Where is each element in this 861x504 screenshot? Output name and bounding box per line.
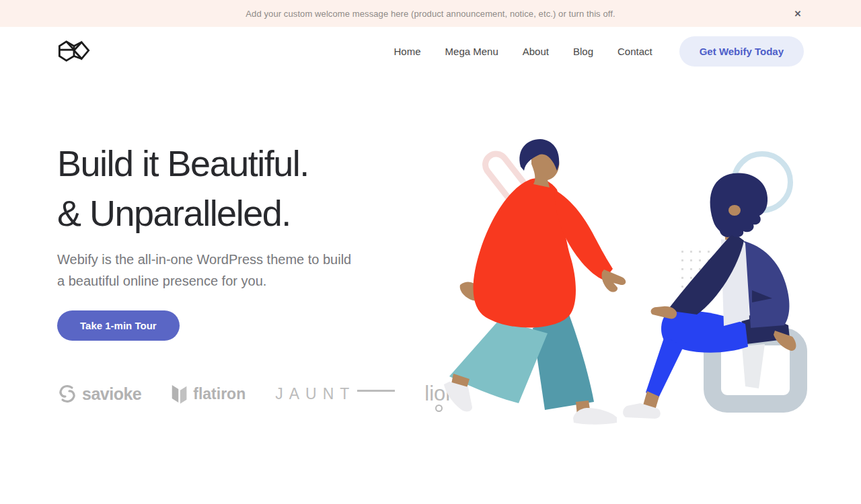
people-illustration <box>430 114 814 437</box>
seat-inner-wedge <box>742 344 765 388</box>
site-header: Home Mega Menu About Blog Contact Get We… <box>0 27 861 75</box>
sitter-hand <box>651 306 677 319</box>
nav-item-home[interactable]: Home <box>394 46 421 57</box>
hero-subtitle-line1: Webify is the all-in-one WordPress theme… <box>57 249 434 270</box>
notice-banner: Add your custom welcome message here (pr… <box>0 0 861 27</box>
walker-back-shoe <box>573 408 617 425</box>
flatiron-wordmark: flatiron <box>193 385 246 403</box>
sitter-hair <box>710 173 768 237</box>
webify-logo-icon[interactable] <box>57 40 91 62</box>
walking-person <box>444 139 626 425</box>
jaunt-wordmark: JAUNT <box>275 385 355 403</box>
hero-heading-line1: Build it Beautiful. <box>57 138 434 188</box>
client-logos: savioke flatiron JAUNT li o ht <box>57 374 463 414</box>
hero-heading: Build it Beautiful. & Unparalleled. <box>57 138 434 238</box>
hero-section: Build it Beautiful. & Unparalleled. Webi… <box>57 138 434 341</box>
sitter-blazer-body <box>743 241 790 328</box>
logo-savioke: savioke <box>57 384 141 404</box>
logo-jaunt: JAUNT <box>275 385 395 403</box>
sitter-ear <box>728 205 741 216</box>
walker-front-shoe <box>444 382 472 411</box>
hero-heading-line2: & Unparalleled. <box>57 188 434 238</box>
savioke-wordmark: savioke <box>82 384 141 404</box>
nav-item-mega-menu[interactable]: Mega Menu <box>445 46 498 57</box>
hero-subtitle: Webify is the all-in-one WordPress theme… <box>57 249 434 292</box>
sitting-person <box>623 154 798 419</box>
jaunt-dash <box>357 390 395 392</box>
nav-item-about[interactable]: About <box>523 46 549 57</box>
hero-subtitle-line2: a beautiful online presence for you. <box>57 270 434 292</box>
walker-right-hand <box>601 269 626 292</box>
get-webify-button[interactable]: Get Webify Today <box>679 36 804 67</box>
take-tour-button[interactable]: Take 1-min Tour <box>57 310 180 341</box>
savioke-swirl-icon <box>57 384 77 404</box>
main-nav: Home Mega Menu About Blog Contact <box>394 46 652 57</box>
close-icon[interactable]: ✕ <box>790 0 806 27</box>
nav-item-contact[interactable]: Contact <box>617 46 652 57</box>
logo-flatiron: flatiron <box>171 383 246 405</box>
walker-back-leg <box>533 314 594 410</box>
sitter-blue-shin <box>646 336 683 399</box>
hero-illustration <box>430 114 814 437</box>
nav-item-blog[interactable]: Blog <box>573 46 593 57</box>
flatiron-slabs-icon <box>171 383 188 405</box>
notice-banner-message: Add your custom welcome message here (pr… <box>246 9 615 19</box>
